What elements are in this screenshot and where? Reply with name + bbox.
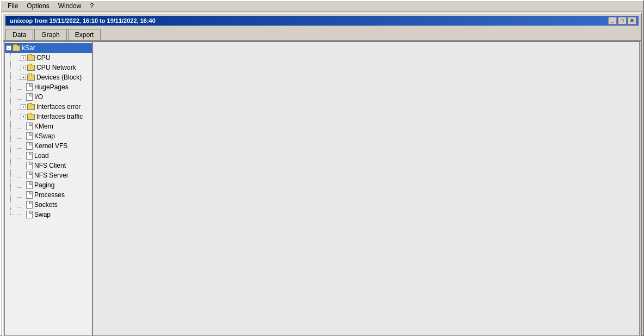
tree-item-load[interactable]: Load — [5, 151, 92, 161]
label-cpu-network: CPU Network — [36, 64, 76, 71]
label-interfaces-traffic: Interfaces traffic — [36, 113, 83, 120]
label-processes: Processes — [34, 191, 65, 199]
label-io: I/O — [34, 93, 43, 101]
file-icon-hugepages — [26, 83, 33, 91]
file-icon-sockets — [26, 201, 33, 209]
folder-icon-interfaces-traffic — [27, 114, 35, 120]
label-hugepages: HugePages — [34, 83, 69, 91]
folder-icon-cpu-network — [27, 65, 35, 71]
tree-item-hugepages[interactable]: HugePages — [5, 82, 92, 92]
label-nfs-client: NFS Client — [34, 162, 66, 169]
tree-panel[interactable]: - kSar + CPU + — [5, 42, 93, 335]
file-icon-processes — [26, 191, 33, 199]
label-ksar: kSar — [22, 44, 35, 52]
tree-item-io[interactable]: I/O — [5, 92, 92, 102]
label-paging: Paging — [34, 181, 54, 189]
tree-item-processes[interactable]: Processes — [5, 190, 92, 200]
menu-window[interactable]: Window — [54, 1, 86, 11]
title-bar-text: unixcop from 19/11/2022, 16:10 to 19/11/… — [8, 17, 156, 24]
tree-item-devices[interactable]: + Devices (Block) — [5, 72, 92, 82]
tree-item-cpu-network[interactable]: + CPU Network — [5, 63, 92, 72]
file-icon-kswap — [26, 132, 33, 140]
tree-item-kmem[interactable]: KMem — [5, 121, 92, 131]
file-icon-kernel-vfs — [26, 142, 33, 150]
label-swap: Swap — [34, 211, 51, 218]
expand-interfaces-traffic[interactable]: + — [21, 114, 26, 119]
expand-ksar[interactable]: - — [6, 45, 11, 51]
folder-icon-interfaces-error — [27, 104, 35, 110]
close-button[interactable]: ✕ — [628, 17, 636, 25]
tree-item-cpu[interactable]: + CPU — [5, 53, 92, 63]
right-panel — [93, 42, 639, 335]
label-cpu: CPU — [36, 54, 50, 62]
tree-item-nfs-client[interactable]: NFS Client — [5, 161, 92, 170]
file-icon-nfs-server — [26, 172, 33, 179]
file-icon-paging — [26, 181, 33, 189]
folder-icon-ksar — [13, 45, 20, 51]
tree-item-nfs-server[interactable]: NFS Server — [5, 170, 92, 180]
menu-bar: File Options Window ? — [1, 1, 643, 11]
expand-devices[interactable]: + — [21, 75, 26, 80]
tab-bar: Data Graph Export — [3, 28, 641, 41]
tree-item-kswap[interactable]: KSwap — [5, 131, 92, 141]
label-devices: Devices (Block) — [36, 74, 82, 81]
folder-icon-devices — [27, 75, 35, 81]
tree-item-interfaces-traffic[interactable]: + Interfaces traffic — [5, 112, 92, 121]
menu-help[interactable]: ? — [85, 1, 98, 11]
menu-options[interactable]: Options — [22, 1, 53, 11]
label-sockets: Sockets — [34, 201, 58, 209]
expand-interfaces-error[interactable]: + — [21, 104, 26, 109]
tree-item-sockets[interactable]: Sockets — [5, 200, 92, 210]
file-icon-io — [26, 93, 33, 101]
title-bar-controls: _ □ ✕ — [608, 17, 636, 25]
folder-icon-cpu — [27, 55, 35, 61]
tree-item-interfaces-error[interactable]: + Interfaces error — [5, 102, 92, 112]
tab-data[interactable]: Data — [5, 29, 33, 40]
expand-cpu-network[interactable]: + — [21, 65, 26, 70]
file-icon-load — [26, 152, 33, 160]
tree-item-kernel-vfs[interactable]: Kernel VFS — [5, 141, 92, 151]
label-interfaces-error: Interfaces error — [36, 103, 81, 111]
minimize-button[interactable]: _ — [608, 17, 617, 25]
tree-item-ksar[interactable]: - kSar — [5, 43, 92, 53]
application-window: File Options Window ? unixcop from 19/11… — [0, 0, 644, 336]
file-icon-swap — [26, 211, 33, 218]
label-kernel-vfs: Kernel VFS — [34, 142, 67, 150]
label-kswap: KSwap — [34, 132, 55, 140]
label-kmem: KMem — [34, 123, 53, 130]
inner-frame: unixcop from 19/11/2022, 16:10 to 19/11/… — [2, 13, 642, 336]
menu-file[interactable]: File — [3, 1, 22, 11]
label-load: Load — [34, 152, 49, 160]
title-bar: unixcop from 19/11/2022, 16:10 to 19/11/… — [4, 15, 640, 27]
restore-button[interactable]: □ — [618, 17, 627, 25]
tree-item-swap[interactable]: Swap — [5, 210, 92, 219]
label-nfs-server: NFS Server — [34, 172, 69, 179]
tree-item-paging[interactable]: Paging — [5, 180, 92, 190]
file-icon-kmem — [26, 123, 33, 130]
tab-export[interactable]: Export — [68, 29, 101, 40]
main-content: - kSar + CPU + — [4, 41, 640, 336]
file-icon-nfs-client — [26, 162, 33, 169]
expand-cpu[interactable]: + — [21, 55, 26, 60]
tab-graph[interactable]: Graph — [34, 29, 66, 40]
